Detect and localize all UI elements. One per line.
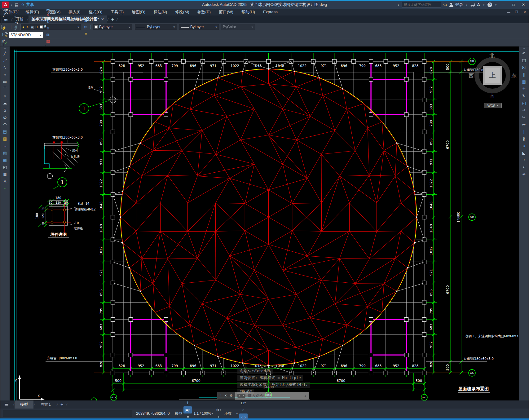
join-button[interactable]: ∪ [520,142,528,149]
point-button[interactable]: ∴ [1,142,9,149]
tab-current-drawing[interactable]: 某半球形网壳焊接球网架钢结构设计图* ✕ [29,15,107,23]
doc-restore-button[interactable]: ❐ [513,9,521,15]
tab-model[interactable]: 模型 [15,400,33,409]
dim-angular-button[interactable]: ∠ [1,13,8,19]
autocad-logo[interactable]: A [2,2,9,8]
signin-dropdown-icon[interactable]: ∨ [465,2,469,8]
copy-face-button[interactable]: ⧉ [45,32,52,38]
ellipse-arc-button[interactable]: ◠ [1,121,9,128]
menu-10[interactable]: 参数(P) [193,10,215,14]
command-bar-grip[interactable]: ┊ [220,394,222,397]
revcloud-button[interactable]: ☁ [1,99,9,107]
help-icon[interactable]: ? [487,2,492,7]
recent-commands-button[interactable]: >_▾ [237,394,245,398]
mirror-button[interactable]: ⋈ [520,64,528,71]
layer-previous-button[interactable]: ⇇ [82,24,90,30]
command-bar[interactable]: ┊ ✕ ⚙ >_▾ 键入命令 ▲ [217,392,309,400]
viewcube[interactable]: 上 北 南 西 东 [469,53,516,100]
plot-button[interactable]: ▤ [13,2,20,8]
lineweight-toggle[interactable]: ≡ [183,413,192,420]
drawing-canvas[interactable]: 8288288288289529529529526836836836837997… [10,46,519,400]
graphics-performance[interactable]: ◯ [239,413,248,420]
command-bar-tools-icon[interactable]: ⚙ [230,394,233,398]
isolate-objects[interactable]: ◌ [239,406,248,413]
redo-dropdown[interactable]: ∨ [13,26,17,33]
color-face-button[interactable]: ▩ [45,38,52,45]
menu-11[interactable]: 窗口(W) [215,10,237,14]
erase-button[interactable]: ✐ [520,50,528,57]
mtext-button[interactable]: A [1,178,9,185]
autodesk-app-icon[interactable]: A [477,2,480,7]
annotation-scale-button[interactable]: 1:1 / 100%▾ [192,410,214,417]
chamfer-button[interactable]: ◣ [520,149,528,157]
rotate-face-button[interactable]: ↻ [45,19,52,25]
command-input-placeholder[interactable]: 键入命令 [248,393,264,399]
menu-9[interactable]: 修改(M) [171,10,193,14]
break-button[interactable]: ∦ [520,135,528,142]
arc-button[interactable]: ⌒ [1,85,9,92]
redo-button[interactable]: ↷ [13,20,20,26]
menu-4[interactable]: 插入(I) [64,10,84,14]
search-expand-icon[interactable]: ▸ [398,3,400,7]
rectangle-button[interactable]: ▭ [1,78,9,85]
command-bar-close-icon[interactable]: ✕ [224,394,227,398]
menu-2[interactable]: 编辑(E) [22,10,43,14]
search-icon[interactable] [443,2,447,7]
line-button[interactable]: ╱ [1,50,9,57]
point-style-button[interactable]: ◦ [1,185,9,192]
polygon-button[interactable]: ⌂ [1,71,9,78]
command-expand-icon[interactable]: ▲ [304,394,307,397]
menu-13[interactable]: Express [259,10,282,14]
object-snap-toggle[interactable]: ▣▾ [183,406,192,413]
autodesk-dropdown-icon[interactable]: ∨ [482,2,486,8]
make-block-button[interactable]: ▦ [1,135,9,142]
lineweight-combo[interactable]: ByLayer ∨ [179,24,219,30]
xline-button[interactable]: ⤢ [1,57,9,64]
viewcube-north-label[interactable]: 北 [489,52,495,59]
maximize-button[interactable]: □ [509,2,518,8]
doc-minimize-button[interactable]: — [505,9,513,15]
tab-close-icon[interactable]: ✕ [101,17,104,21]
menu-5[interactable]: 格式(O) [85,10,107,14]
quick-dim-button[interactable]: ⚡ [1,25,8,31]
menu-7[interactable]: 绘图(D) [128,10,149,14]
viewcube-top-face[interactable]: 上 [483,66,502,85]
explode-button[interactable]: ✳ [520,171,528,178]
menu-8[interactable]: 标注(N) [149,10,171,14]
store-cart-icon[interactable] [470,3,475,7]
help-dropdown-icon[interactable]: ∨ [494,2,498,8]
annotation-monitor-toggle[interactable]: + [214,413,223,420]
undo-button[interactable]: ↶ [13,8,20,14]
linetype-combo[interactable]: ByLayer ∨ [134,24,177,30]
spell-check-button[interactable]: ✓ [3,39,10,46]
spline-button[interactable]: S [1,107,9,114]
scale-button[interactable]: ◰ [520,99,528,107]
edit-text-button[interactable]: ✎ [3,33,10,39]
insert-block-button[interactable]: ▤ [1,128,9,135]
blend-button[interactable]: ≈ [520,164,528,171]
menu-6[interactable]: 工具(T) [106,10,128,14]
copy-button[interactable]: ◫ [520,57,528,64]
tab-layout1[interactable]: 布局1 [35,400,56,409]
polyline-button[interactable]: ∿ [1,64,9,71]
close-button[interactable]: ✕ [519,2,527,8]
table-button[interactable]: ⊞ [1,171,9,178]
region-button[interactable]: ◰ [1,164,9,171]
move-button[interactable]: ✛ [520,85,528,92]
circle-button[interactable]: ○ [1,92,9,99]
search-input[interactable] [402,2,441,7]
customize-quick-access[interactable]: ∨ [13,33,17,39]
color-combo[interactable]: ByLayer ∨ [93,24,132,30]
app-menu-dropdown-icon[interactable]: ∨ [10,2,13,8]
make-layer-current-button[interactable]: ≋ [82,17,90,24]
new-layout-button[interactable]: + [58,401,66,409]
model-space-toggle[interactable]: 模型 [174,410,183,417]
gradient-button[interactable]: ▩ [1,157,9,164]
rotate-button[interactable]: ↻ [520,92,528,99]
viewcube-south-label[interactable]: 南 [489,92,495,99]
array-button[interactable]: ▦ [520,78,528,85]
new-drawing-tab-button[interactable]: + [109,15,116,23]
viewcube-west-label[interactable]: 西 [469,72,474,79]
delete-face-button[interactable]: ✕ [45,12,52,19]
drawing-viewport[interactable]: 8288288288289529529529526836836836837997… [10,46,519,400]
